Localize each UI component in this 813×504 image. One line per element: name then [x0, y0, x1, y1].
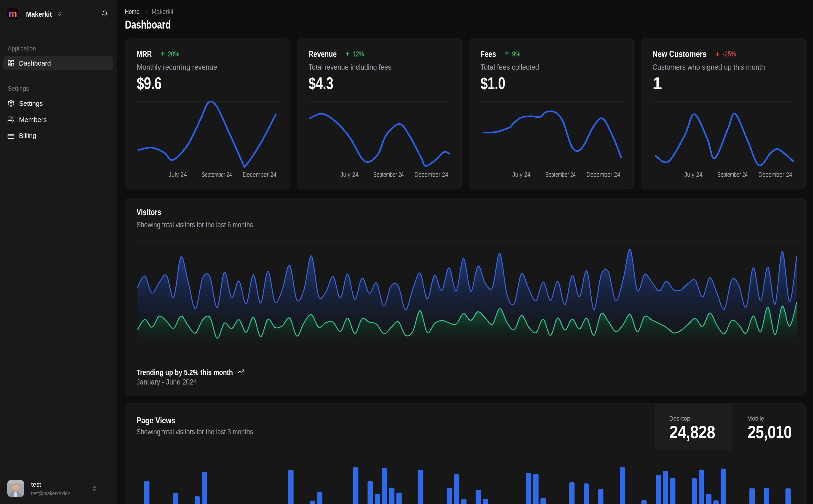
- svg-text:December 24: December 24: [586, 171, 620, 178]
- svg-text:December 24: December 24: [243, 171, 277, 178]
- svg-text:July 24: July 24: [340, 171, 359, 178]
- svg-text:December 24: December 24: [758, 171, 792, 178]
- svg-text:September 24: September 24: [717, 171, 748, 178]
- svg-text:m: m: [8, 8, 17, 19]
- svg-text:September 24: September 24: [373, 171, 404, 178]
- svg-text:July 24: July 24: [512, 171, 530, 178]
- svg-text:July 24: July 24: [684, 171, 703, 178]
- svg-text:July 24: July 24: [168, 171, 187, 178]
- svg-text:September 24: September 24: [545, 171, 575, 178]
- svg-text:December 24: December 24: [414, 171, 448, 178]
- svg-text:September 24: September 24: [202, 171, 232, 178]
